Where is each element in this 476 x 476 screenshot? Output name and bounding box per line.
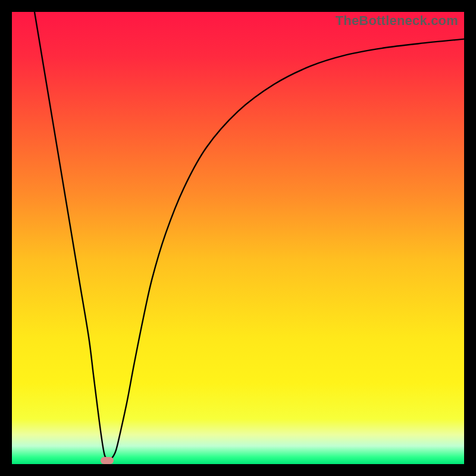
optimal-point-marker xyxy=(101,457,114,464)
watermark-text: TheBottleneck.com xyxy=(336,13,458,29)
bottleneck-curve xyxy=(12,12,464,464)
plot-area: TheBottleneck.com xyxy=(12,12,464,464)
chart-frame: TheBottleneck.com xyxy=(0,0,476,476)
